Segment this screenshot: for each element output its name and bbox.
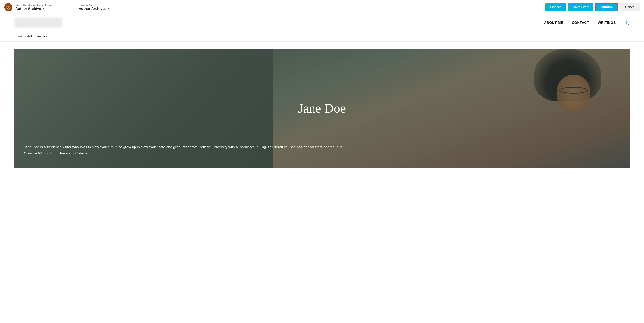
preview-area: Preview As: Author Archives ▾	[78, 3, 136, 10]
editing-label: Currently Editing Themer Layout	[15, 3, 53, 6]
hero-content: Jane Doe	[14, 49, 630, 168]
breadcrumb-current: Author Archive	[27, 34, 48, 38]
editing-info: Currently Editing Themer Layout Author A…	[15, 3, 53, 10]
admin-divider	[74, 2, 75, 12]
bear-logo-icon	[4, 3, 13, 12]
site-logo-area	[14, 18, 62, 27]
svg-point-4	[9, 4, 11, 6]
preview-chevron-icon[interactable]: ▾	[108, 7, 110, 10]
nav-link-about[interactable]: ABOUT ME	[544, 21, 563, 24]
site-logo	[14, 18, 62, 27]
breadcrumb: Home » Author Archive	[14, 34, 630, 38]
search-icon[interactable]: 🔍	[624, 20, 630, 25]
editing-title: Author Archive	[15, 6, 41, 10]
svg-point-9	[8, 8, 9, 8]
discard-button[interactable]: Discard	[545, 3, 566, 11]
hero-section: Dolor Lorem ∫f(x)dx ipsum +2y Writing ∂/…	[14, 49, 630, 168]
save-draft-button[interactable]: Save Draft	[568, 3, 593, 11]
preview-value: Author Archives	[78, 6, 106, 10]
preview-label: Preview As:	[78, 3, 136, 6]
site-nav-links: ABOUT ME CONTACT WRITINGS 🔍	[544, 20, 630, 25]
svg-point-3	[6, 4, 8, 6]
breadcrumb-separator: »	[24, 34, 26, 38]
svg-point-8	[9, 7, 10, 8]
nav-link-writings[interactable]: WRITINGS	[598, 21, 616, 24]
svg-point-7	[7, 7, 8, 8]
editing-chevron-icon[interactable]: ▾	[43, 7, 44, 10]
breadcrumb-bar: Home » Author Archive	[0, 31, 644, 41]
site-nav: ABOUT ME CONTACT WRITINGS 🔍	[0, 14, 644, 31]
hero-name: Jane Doe	[298, 101, 346, 116]
admin-bar: Currently Editing Themer Layout Author A…	[0, 0, 644, 14]
cancel-button[interactable]: Cancel	[620, 3, 640, 11]
publish-button[interactable]: Publish	[595, 3, 618, 11]
admin-logo-area: Currently Editing Themer Layout Author A…	[4, 3, 71, 12]
nav-link-contact[interactable]: CONTACT	[572, 21, 589, 24]
breadcrumb-home[interactable]: Home	[14, 34, 23, 38]
admin-actions: Discard Save Draft Publish Cancel	[545, 3, 640, 11]
